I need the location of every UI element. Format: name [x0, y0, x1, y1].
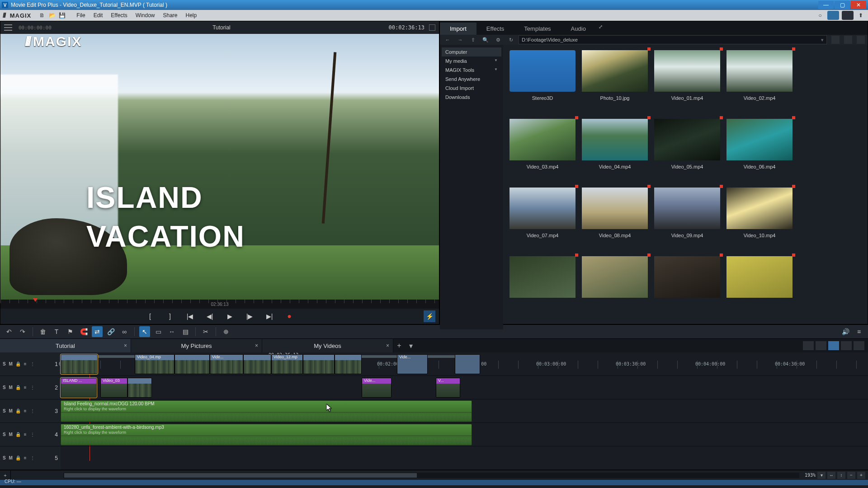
- media-thumb[interactable]: [509, 119, 576, 160]
- media-thumb[interactable]: [509, 188, 576, 229]
- fx-icon[interactable]: ≡: [23, 432, 28, 437]
- menu-window[interactable]: Window: [132, 11, 159, 19]
- track-lane[interactable]: ISLAND ...Video_03Vide...V...: [61, 376, 868, 399]
- vol-icon[interactable]: ⋮: [30, 408, 35, 414]
- media-item[interactable]: Video_06.mp4: [724, 119, 795, 187]
- timeline-clip[interactable]: [127, 378, 152, 398]
- record-button[interactable]: ●: [284, 311, 295, 322]
- lock-icon[interactable]: 🔒: [15, 432, 21, 437]
- timeline-clip[interactable]: Vide...: [397, 354, 428, 374]
- view-grid2-icon[interactable]: [857, 36, 865, 44]
- play-button[interactable]: ▶: [224, 311, 235, 322]
- refresh-icon[interactable]: ↻: [506, 35, 516, 45]
- track-lane[interactable]: Video_04.mpVide...Video_12.mpVide...: [61, 352, 868, 376]
- timeline-clip[interactable]: Video_03: [100, 378, 127, 398]
- mixer-icon[interactable]: 🔊: [840, 326, 851, 337]
- media-expand-icon[interactable]: ⤢: [599, 24, 607, 32]
- timeline-clip[interactable]: [243, 354, 271, 374]
- pointer-tool-icon[interactable]: ↖: [139, 326, 150, 337]
- zoom-fit-h-icon[interactable]: ↔: [827, 472, 835, 479]
- group-icon[interactable]: ∞: [119, 326, 130, 337]
- undo-icon[interactable]: ↶: [4, 326, 14, 337]
- marker-flag-icon[interactable]: ⚑: [65, 326, 75, 337]
- media-item[interactable]: Video_07.mp4: [507, 188, 578, 255]
- timeline-clip[interactable]: [455, 354, 480, 374]
- menu-file[interactable]: File: [73, 11, 89, 19]
- preview-mini-ruler[interactable]: 02:36:13: [0, 300, 439, 309]
- timeline-clip[interactable]: V...: [436, 378, 460, 398]
- lock-icon[interactable]: 🔒: [15, 385, 21, 390]
- timeline-audio-clip[interactable]: Island Feeling_normal.mxcOGG 120.00 BPMR…: [61, 400, 472, 422]
- vol-icon[interactable]: ⋮: [30, 385, 35, 390]
- timeline-audio-clip[interactable]: 160280_unfa_forest-ambient-with-a-birdso…: [61, 424, 472, 446]
- fx-icon[interactable]: ≡: [23, 408, 28, 414]
- media-thumb[interactable]: [582, 256, 648, 298]
- timeline-h-scrollbar[interactable]: [63, 473, 799, 478]
- zoom-fit-v-icon[interactable]: ↕: [837, 472, 845, 479]
- menu-edit[interactable]: Edit: [90, 11, 107, 19]
- media-item[interactable]: Video_04.mp4: [579, 119, 651, 187]
- path-field[interactable]: D:\Footage\Video_deluxe▾: [519, 35, 827, 44]
- media-thumb[interactable]: [726, 188, 793, 229]
- track-lane[interactable]: Island Feeling_normal.mxcOGG 120.00 BPMR…: [61, 399, 868, 423]
- media-thumb[interactable]: [582, 188, 648, 229]
- settings-button[interactable]: [842, 11, 854, 20]
- store-button[interactable]: [827, 11, 839, 20]
- mark-out-button[interactable]: ]: [165, 311, 175, 322]
- media-item[interactable]: Stereo3D: [507, 50, 578, 118]
- vol-icon[interactable]: ⋮: [30, 432, 35, 437]
- media-thumb[interactable]: [726, 256, 793, 298]
- save-project-icon[interactable]: 💾: [57, 11, 66, 20]
- view-storyboard-icon[interactable]: [816, 341, 826, 350]
- track-head[interactable]: S M🔒≡⋮2: [0, 376, 61, 399]
- settings-gear-icon[interactable]: ⚙: [493, 35, 503, 45]
- nav-up-icon[interactable]: ⇧: [468, 35, 478, 45]
- window-minimize-button[interactable]: —: [818, 1, 834, 9]
- window-maximize-button[interactable]: ▢: [835, 1, 850, 9]
- timeline-clip[interactable]: ISLAND ...: [61, 378, 97, 398]
- preview-playhead-icon[interactable]: [33, 298, 38, 302]
- razor-icon[interactable]: ✂: [200, 326, 211, 337]
- media-thumb[interactable]: [509, 256, 576, 298]
- media-thumb[interactable]: [654, 50, 720, 92]
- preview-video[interactable]: ISLAND VACATION: [0, 34, 439, 300]
- track-head[interactable]: S M🔒≡⋮5: [0, 446, 61, 470]
- tab-effects[interactable]: Effects: [476, 23, 514, 35]
- view-scene-icon[interactable]: [803, 341, 814, 350]
- media-item[interactable]: [651, 256, 723, 324]
- track-head[interactable]: S M🔒≡⋮4: [0, 423, 61, 446]
- master-audio-icon[interactable]: ≡: [854, 326, 864, 337]
- media-item[interactable]: Video_05.mp4: [651, 119, 723, 187]
- media-thumb[interactable]: [654, 119, 720, 160]
- track-head[interactable]: S M🔒≡⋮3: [0, 399, 61, 423]
- media-item[interactable]: [724, 256, 795, 324]
- tab-templates[interactable]: Templates: [514, 23, 561, 35]
- lock-icon[interactable]: 🔒: [15, 455, 21, 461]
- view-grid-icon[interactable]: [844, 36, 852, 44]
- performance-button[interactable]: ⚡: [424, 310, 435, 322]
- lock-icon[interactable]: 🔒: [15, 361, 21, 367]
- redo-icon[interactable]: ↷: [17, 326, 28, 337]
- project-tab-tutorial[interactable]: Tutorial×: [0, 339, 131, 352]
- view-multicam-icon[interactable]: [841, 341, 852, 350]
- view-overview-icon[interactable]: [854, 341, 864, 350]
- open-project-icon[interactable]: 📂: [47, 11, 57, 20]
- view-list-icon[interactable]: [831, 36, 840, 44]
- cut-mode-icon[interactable]: ▤: [180, 326, 191, 337]
- zoom-in-icon[interactable]: +: [857, 472, 865, 479]
- timeline-clip[interactable]: Vide...: [210, 354, 243, 374]
- track-lane[interactable]: 160280_unfa_forest-ambient-with-a-birdso…: [61, 423, 868, 446]
- tab-import[interactable]: Import: [440, 23, 476, 35]
- snap-magnet-icon[interactable]: 🧲: [78, 326, 89, 337]
- preview-menu-icon[interactable]: [4, 24, 12, 31]
- timeline-clip[interactable]: [335, 354, 362, 374]
- tab-audio[interactable]: Audio: [561, 23, 596, 35]
- range-tool-icon[interactable]: ▭: [153, 326, 164, 337]
- tree-item[interactable]: MAGIX Tools▼: [442, 66, 501, 75]
- media-thumb[interactable]: [654, 188, 720, 229]
- vol-icon[interactable]: ⋮: [30, 361, 35, 367]
- zoom-value[interactable]: 193%: [805, 473, 816, 478]
- mark-in-button[interactable]: [: [145, 311, 156, 322]
- export-up-icon[interactable]: ⬆: [856, 11, 865, 20]
- media-item[interactable]: Photo_10.jpg: [579, 50, 651, 118]
